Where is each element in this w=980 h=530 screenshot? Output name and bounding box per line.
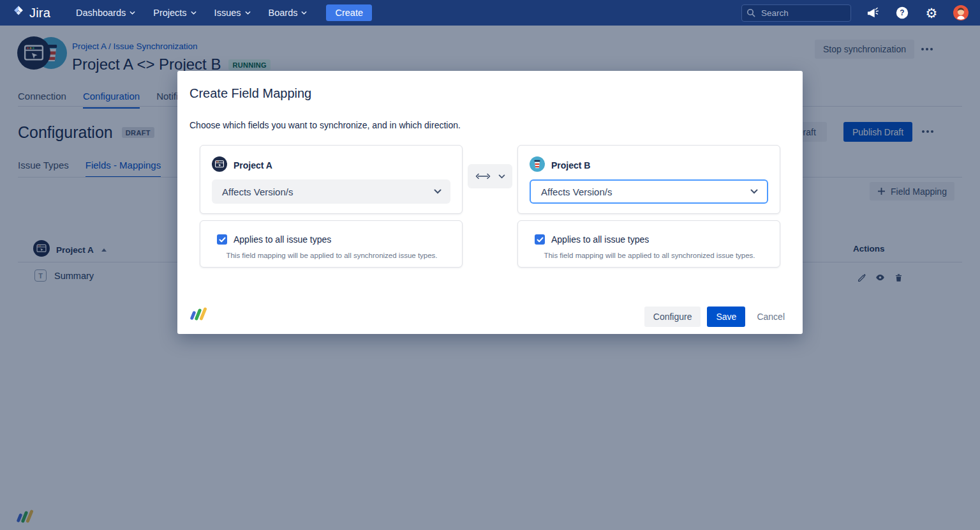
create-field-mapping-dialog: Create Field Mapping Choose which fields… — [177, 71, 803, 334]
project-b-field-select[interactable]: Affects Version/s — [530, 179, 768, 204]
jira-logo-icon — [11, 4, 26, 21]
chevron-down-icon — [245, 11, 251, 15]
project-b-avatar-icon — [530, 156, 545, 174]
project-a-name: Project A — [234, 160, 272, 170]
jira-logo-text: Jira — [29, 6, 50, 20]
save-button[interactable]: Save — [707, 307, 745, 327]
project-b-field-card: Project B Affects Version/s — [517, 145, 780, 214]
chevron-down-icon — [750, 189, 758, 194]
nav-item-label: Boards — [269, 8, 298, 18]
search-input[interactable] — [741, 4, 851, 22]
project-a-applies-card: Applies to all issue types This field ma… — [200, 220, 463, 268]
search-icon — [746, 8, 755, 17]
sync-direction-select[interactable] — [468, 164, 512, 188]
create-button[interactable]: Create — [326, 4, 372, 21]
project-a-field-select[interactable]: Affects Version/s — [212, 179, 450, 204]
selected-field-value: Affects Version/s — [541, 186, 612, 197]
svg-text:?: ? — [900, 8, 904, 17]
project-a-avatar-icon — [212, 156, 227, 174]
settings-gear-icon[interactable]: ⚙ — [924, 5, 939, 20]
nav-item-label: Dashboards — [76, 8, 126, 18]
applies-checkbox-b[interactable] — [535, 234, 545, 245]
checkmark-icon — [219, 237, 226, 243]
dialog-subtitle: Choose which fields you want to synchron… — [189, 120, 461, 130]
dialog-actions: Configure Save Cancel — [644, 307, 790, 327]
jira-logo[interactable]: Jira — [11, 4, 50, 21]
getint-logo — [191, 307, 205, 321]
nav-right: ? ⚙ — [741, 4, 969, 22]
nav-item-boards[interactable]: Boards — [269, 8, 308, 18]
applies-label[interactable]: Applies to all issue types — [234, 234, 331, 245]
applies-checkbox-a[interactable] — [217, 234, 227, 245]
chevron-down-icon — [301, 11, 307, 15]
two-way-arrow-icon — [475, 172, 491, 180]
project-a-field-card: Project A Affects Version/s — [200, 145, 463, 214]
nav-item-issues[interactable]: Issues — [214, 8, 251, 18]
user-avatar[interactable] — [953, 5, 969, 20]
nav-item-label: Issues — [214, 8, 241, 18]
applies-description: This field mapping will be applied to al… — [205, 252, 458, 259]
chevron-down-icon — [498, 174, 505, 179]
announcements-icon[interactable] — [865, 5, 880, 20]
dialog-title: Create Field Mapping — [189, 86, 311, 101]
checkmark-icon — [537, 237, 544, 243]
applies-description: This field mapping will be applied to al… — [523, 252, 776, 259]
configure-button[interactable]: Configure — [644, 307, 701, 327]
nav-menu: Dashboards Projects Issues Boards — [76, 8, 307, 18]
cancel-button[interactable]: Cancel — [752, 307, 790, 327]
chevron-down-icon — [130, 11, 135, 15]
nav-item-label: Projects — [153, 8, 186, 18]
nav-item-dashboards[interactable]: Dashboards — [76, 8, 135, 18]
chevron-down-icon — [434, 189, 442, 194]
project-b-name: Project B — [551, 160, 590, 170]
screen: Jira Dashboards Projects Issues Boards C… — [0, 0, 980, 530]
nav-item-projects[interactable]: Projects — [153, 8, 196, 18]
chevron-down-icon — [191, 11, 197, 15]
help-icon[interactable]: ? — [895, 5, 910, 20]
top-navbar: Jira Dashboards Projects Issues Boards C… — [0, 0, 980, 26]
search-box — [741, 4, 851, 22]
selected-field-value: Affects Version/s — [222, 186, 293, 197]
applies-label[interactable]: Applies to all issue types — [551, 234, 649, 245]
project-b-applies-card: Applies to all issue types This field ma… — [517, 220, 780, 268]
